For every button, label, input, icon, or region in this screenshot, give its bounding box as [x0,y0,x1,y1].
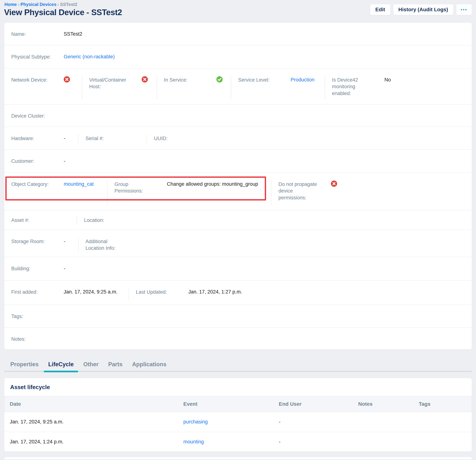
lifecycle-event-link[interactable]: mounting [183,439,204,444]
group-permissions-value: Change allowed groups: mounting_group [167,181,258,187]
breadcrumb-current: SSTest2 [60,2,77,7]
first-added-label: First added: [11,289,64,295]
row-asset-location: Asset #: Location: [4,210,472,230]
edit-button[interactable]: Edit [370,4,391,15]
additional-location-info-label: Additional Location Info: [85,238,138,251]
row-tags: Tags: [4,305,472,327]
tab-applications[interactable]: Applications [132,361,167,368]
history-audit-logs-button[interactable]: History (Audit Logs) [393,4,453,15]
page-title: View Physical Device - SSTest2 [4,8,122,17]
row-customer: Customer: - [4,149,472,172]
column-header-notes: Notes [353,401,413,407]
in-service-label: In Service: [164,77,216,83]
name-label: Name: [11,31,64,37]
in-service-check-icon [216,76,223,83]
lifecycle-event-link[interactable]: purchasing [183,419,208,425]
row-dates: First added: Jan. 17, 2024, 9:25 a.m. La… [4,280,472,305]
first-added-value: Jan. 17, 2024, 9:25 a.m. [64,289,118,295]
d42-monitoring-value: No [384,77,391,83]
breadcrumb-separator: › [17,2,20,7]
network-device-cross-icon [64,76,70,83]
column-header-tags: Tags [413,401,472,407]
object-category-link[interactable]: mounting_cat [64,181,94,187]
serial-number-label: Serial #: [85,135,138,142]
lifecycle-date: Jan. 17, 2024, 9:25 a.m. [4,419,178,425]
hardware-label: Hardware: [11,135,64,142]
row-hardware: Hardware: - Serial #: UUID: [4,127,472,149]
asset-number-label: Asset #: [11,217,64,224]
breadcrumb-separator: › [57,2,60,7]
do-not-propagate-cross-icon [331,181,337,187]
customer-value: - [64,158,65,164]
lifecycle-end-user: - [273,439,353,445]
building-label: Building: [11,265,64,272]
tab-lifecycle[interactable]: LifeCycle [48,361,74,368]
service-level-link[interactable]: Production [291,77,314,83]
location-label: Location: [84,217,136,224]
row-status-flags: Network Device: Virtual/Container Host: … [4,68,472,104]
row-object-category: Object Category: mounting_cat Group Perm… [4,172,472,210]
group-permissions-label: Group Permissions: [114,181,167,194]
row-device-cluster: Device Cluster: [4,104,472,127]
breadcrumb-physical-devices-link[interactable]: Physical Devices [20,2,57,7]
network-device-label: Network Device: [11,77,64,83]
column-header-event: Event [178,401,273,407]
row-notes: Notes: [4,327,472,350]
physical-subtype-link[interactable]: Generic (non-rackable) [64,54,115,60]
page-header: Home›Physical Devices›SSTest2 View Physi… [4,1,472,17]
row-building: Building: - [4,257,472,280]
name-value: SSTest2 [64,31,82,37]
last-updated-label: Last Updated: [136,289,188,295]
physical-subtype-label: Physical Subtype: [11,54,64,60]
last-updated-value: Jan. 17, 2024, 1:27 p.m. [188,289,242,295]
row-physical-subtype: Physical Subtype: Generic (non-rackable) [4,45,472,68]
storage-room-value: - [64,238,65,245]
do-not-propagate-label: Do not propagate device permissions: [279,181,331,201]
next-section-card-edge [4,457,472,460]
breadcrumb-home-link[interactable]: Home [4,2,17,7]
more-actions-button[interactable]: ••• [456,4,472,15]
lifecycle-table-row: Jan. 17, 2024, 1:24 p.m. mounting - [4,432,472,452]
tags-label: Tags: [11,313,64,320]
tab-parts[interactable]: Parts [108,361,123,368]
notes-label: Notes: [11,336,64,343]
lifecycle-table-header: Date Event End User Notes Tags [4,396,472,412]
device-cluster-label: Device Cluster: [11,113,64,119]
hardware-value: - [64,135,65,142]
header-left: Home›Physical Devices›SSTest2 View Physi… [4,1,122,17]
asset-lifecycle-card: Asset lifecycle Date Event End User Note… [4,378,472,452]
asset-lifecycle-title: Asset lifecycle [4,378,472,396]
virtual-container-host-label: Virtual/Container Host: [89,77,142,90]
page-root: Home›Physical Devices›SSTest2 View Physi… [0,0,476,460]
row-name: Name: SSTest2 [4,23,472,45]
customer-label: Customer: [11,158,64,165]
breadcrumb: Home›Physical Devices›SSTest2 [4,1,122,7]
storage-room-label: Storage Room: [11,238,64,245]
virtual-container-host-cross-icon [142,76,148,83]
object-category-label: Object Category: [11,181,64,188]
d42-monitoring-label: Is Device42 monitoring enabled: [332,77,384,97]
column-header-end-user: End User [273,401,353,407]
tab-properties[interactable]: Properties [10,361,39,368]
column-header-date: Date [4,401,178,407]
building-value: - [64,265,65,272]
tab-other[interactable]: Other [83,361,99,368]
service-level-label: Service Level: [238,77,291,83]
lifecycle-end-user: - [273,419,353,425]
detail-tabbar: Properties LifeCycle Other Parts Applica… [4,357,472,375]
lifecycle-table-row: Jan. 17, 2024, 9:25 a.m. purchasing - [4,412,472,432]
uuid-label: UUID: [154,135,206,142]
device-details-card: Name: SSTest2 Physical Subtype: Generic … [4,23,472,350]
lifecycle-date: Jan. 17, 2024, 1:24 p.m. [4,439,178,445]
row-storage-room: Storage Room: - Additional Location Info… [4,230,472,257]
header-actions: Edit History (Audit Logs) ••• [370,4,472,15]
